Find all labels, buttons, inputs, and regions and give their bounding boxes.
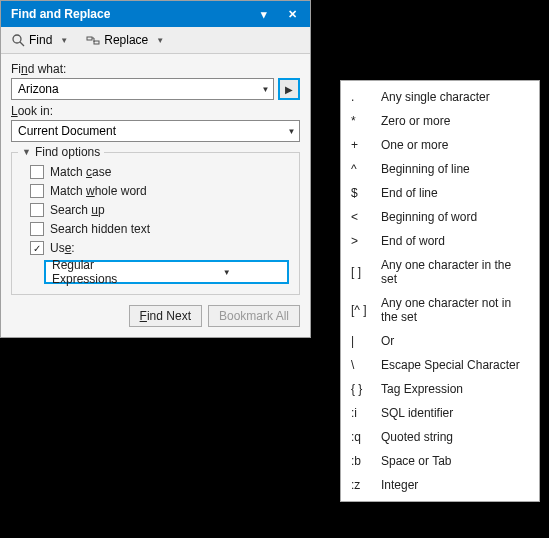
regex-menu-item[interactable]: $End of line bbox=[341, 181, 539, 205]
regex-symbol: ^ bbox=[351, 162, 371, 176]
match-case-label: Match case bbox=[50, 165, 111, 179]
regex-symbol: :b bbox=[351, 454, 371, 468]
regex-description: End of line bbox=[381, 186, 529, 200]
find-next-button[interactable]: Find Next bbox=[129, 305, 202, 327]
window-title: Find and Replace bbox=[5, 7, 250, 21]
checkbox-icon bbox=[30, 184, 44, 198]
use-label: Use: bbox=[50, 241, 75, 255]
regex-description: Beginning of word bbox=[381, 210, 529, 224]
use-value: Regular Expressions bbox=[46, 258, 167, 286]
regex-description: End of word bbox=[381, 234, 529, 248]
chevron-down-icon: ▼ bbox=[22, 147, 31, 157]
regex-symbol: + bbox=[351, 138, 371, 152]
svg-rect-3 bbox=[94, 41, 99, 44]
regex-menu-item[interactable]: ^Beginning of line bbox=[341, 157, 539, 181]
find-tab-label: Find bbox=[29, 33, 52, 47]
find-replace-dialog: Find and Replace ▾ ✕ Find ▼ Replace ▼ Fi… bbox=[0, 0, 311, 338]
regex-symbol: . bbox=[351, 90, 371, 104]
search-up-checkbox[interactable]: Search up bbox=[30, 203, 289, 217]
svg-point-0 bbox=[13, 35, 21, 43]
regex-symbol: [^ ] bbox=[351, 303, 371, 317]
regex-symbol: * bbox=[351, 114, 371, 128]
chevron-down-icon[interactable]: ▼ bbox=[283, 127, 299, 136]
search-up-label: Search up bbox=[50, 203, 105, 217]
expression-builder-button[interactable]: ▶ bbox=[278, 78, 300, 100]
search-hidden-checkbox[interactable]: Search hidden text bbox=[30, 222, 289, 236]
dialog-body: Find what: ▼ ▶ Look in: ▼ ▼ Find options… bbox=[1, 54, 310, 337]
regex-symbol: { } bbox=[351, 382, 371, 396]
titlebar: Find and Replace ▾ ✕ bbox=[1, 1, 310, 27]
use-checkbox[interactable]: ✓ Use: bbox=[30, 241, 289, 255]
regex-symbol: $ bbox=[351, 186, 371, 200]
regex-description: One or more bbox=[381, 138, 529, 152]
match-whole-word-label: Match whole word bbox=[50, 184, 147, 198]
regex-description: Integer bbox=[381, 478, 529, 492]
regex-symbol: :q bbox=[351, 430, 371, 444]
checkbox-icon bbox=[30, 222, 44, 236]
find-icon bbox=[11, 33, 25, 47]
chevron-down-icon: ▼ bbox=[60, 36, 68, 45]
find-tab[interactable]: Find ▼ bbox=[7, 31, 72, 49]
match-whole-word-checkbox[interactable]: Match whole word bbox=[30, 184, 289, 198]
checkbox-checked-icon: ✓ bbox=[30, 241, 44, 255]
chevron-down-icon: ▼ bbox=[156, 36, 164, 45]
regex-menu-item[interactable]: [^ ]Any one character not in the set bbox=[341, 291, 539, 329]
regex-menu-item[interactable]: >End of word bbox=[341, 229, 539, 253]
toolbar: Find ▼ Replace ▼ bbox=[1, 27, 310, 54]
regex-symbol: :i bbox=[351, 406, 371, 420]
regex-symbol: > bbox=[351, 234, 371, 248]
regex-description: Space or Tab bbox=[381, 454, 529, 468]
svg-rect-2 bbox=[87, 37, 92, 40]
look-in-input[interactable] bbox=[12, 121, 283, 141]
regex-symbol: :z bbox=[351, 478, 371, 492]
regex-description: Any one character in the set bbox=[381, 258, 529, 286]
regex-description: Zero or more bbox=[381, 114, 529, 128]
regex-menu-item[interactable]: :bSpace or Tab bbox=[341, 449, 539, 473]
regex-description: Tag Expression bbox=[381, 382, 529, 396]
bookmark-all-button[interactable]: Bookmark All bbox=[208, 305, 300, 327]
regex-description: Escape Special Character bbox=[381, 358, 529, 372]
regex-menu-item[interactable]: :qQuoted string bbox=[341, 425, 539, 449]
regex-symbol: | bbox=[351, 334, 371, 348]
regex-description: Quoted string bbox=[381, 430, 529, 444]
regex-menu-item[interactable]: .Any single character bbox=[341, 85, 539, 109]
replace-tab[interactable]: Replace ▼ bbox=[82, 31, 168, 49]
regex-menu-item[interactable]: |Or bbox=[341, 329, 539, 353]
replace-icon bbox=[86, 33, 100, 47]
play-icon: ▶ bbox=[285, 84, 293, 95]
find-what-input[interactable] bbox=[12, 79, 257, 99]
regex-symbol: [ ] bbox=[351, 265, 371, 279]
checkbox-icon bbox=[30, 165, 44, 179]
find-what-label: Find what: bbox=[11, 62, 300, 76]
look-in-combo[interactable]: ▼ bbox=[11, 120, 300, 142]
close-icon[interactable]: ✕ bbox=[278, 4, 306, 24]
use-combo[interactable]: Regular Expressions ▼ bbox=[44, 260, 289, 284]
regex-symbol: < bbox=[351, 210, 371, 224]
chevron-down-icon[interactable]: ▼ bbox=[257, 85, 273, 94]
regex-menu-item[interactable]: :iSQL identifier bbox=[341, 401, 539, 425]
regex-description: Any single character bbox=[381, 90, 529, 104]
find-what-combo[interactable]: ▼ bbox=[11, 78, 274, 100]
regex-symbol: \ bbox=[351, 358, 371, 372]
regex-menu-item[interactable]: { }Tag Expression bbox=[341, 377, 539, 401]
regex-menu-item[interactable]: :zInteger bbox=[341, 473, 539, 497]
svg-line-1 bbox=[20, 42, 24, 46]
replace-tab-label: Replace bbox=[104, 33, 148, 47]
regex-menu-item[interactable]: +One or more bbox=[341, 133, 539, 157]
window-dropdown-icon[interactable]: ▾ bbox=[250, 4, 278, 24]
find-options-group: ▼ Find options Match case Match whole wo… bbox=[11, 152, 300, 295]
chevron-down-icon[interactable]: ▼ bbox=[167, 268, 288, 277]
regex-menu-item[interactable]: \Escape Special Character bbox=[341, 353, 539, 377]
regex-description: SQL identifier bbox=[381, 406, 529, 420]
regex-menu-item[interactable]: *Zero or more bbox=[341, 109, 539, 133]
regex-menu-item[interactable]: [ ]Any one character in the set bbox=[341, 253, 539, 291]
regex-description: Or bbox=[381, 334, 529, 348]
regex-menu-item[interactable]: <Beginning of word bbox=[341, 205, 539, 229]
regex-menu: .Any single character*Zero or more+One o… bbox=[340, 80, 540, 502]
find-options-header[interactable]: ▼ Find options bbox=[18, 145, 104, 159]
look-in-label: Look in: bbox=[11, 104, 300, 118]
regex-description: Any one character not in the set bbox=[381, 296, 529, 324]
match-case-checkbox[interactable]: Match case bbox=[30, 165, 289, 179]
search-hidden-label: Search hidden text bbox=[50, 222, 150, 236]
checkbox-icon bbox=[30, 203, 44, 217]
